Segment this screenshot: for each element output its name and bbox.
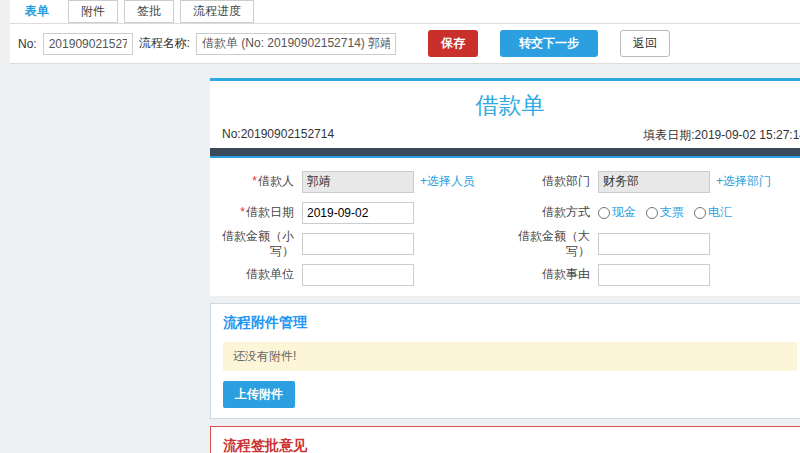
select-person-link[interactable]: +选择人员 [420, 173, 475, 190]
wire-radio-label: 电汇 [708, 204, 732, 221]
field-amount-big: 借款金额（大写） [510, 228, 800, 259]
loan-method-label: 借款方式 [510, 205, 598, 220]
top-bars: 表单 附件 签批 流程进度 No: 流程名称: 保存 转交下一步 返回 [10, 0, 800, 64]
radio-cash[interactable]: 现金 [598, 204, 636, 221]
cheque-radio-label: 支票 [660, 204, 684, 221]
back-button[interactable]: 返回 [620, 30, 670, 57]
amount-big-label: 借款金额（大写） [510, 229, 598, 259]
save-button[interactable]: 保存 [428, 30, 478, 57]
loan-reason-input[interactable] [598, 264, 710, 286]
cash-radio-label: 现金 [612, 204, 636, 221]
tab-form[interactable]: 表单 [12, 0, 62, 23]
radio-cheque[interactable]: 支票 [646, 204, 684, 221]
process-name-label: 流程名称: [139, 35, 190, 52]
approval-title: 流程签批意见 [223, 437, 797, 453]
upload-attachment-button[interactable]: 上传附件 [223, 381, 295, 408]
tab-process-progress[interactable]: 流程进度 [180, 0, 254, 23]
radio-wire[interactable]: 电汇 [694, 204, 732, 221]
no-attachments-notice: 还没有附件! [223, 342, 797, 371]
amount-small-label: 借款金额（小写） [214, 229, 302, 259]
required-mark: * [252, 174, 257, 188]
form-date-text: 填表日期:2019-09-02 15:27:14 [643, 127, 800, 144]
divider-bar [210, 148, 800, 158]
loan-date-input[interactable] [302, 202, 414, 224]
form-no-text: No:20190902152714 [222, 127, 334, 144]
process-name-input[interactable] [196, 33, 396, 55]
cash-radio[interactable] [598, 207, 610, 219]
form-meta-row: No:20190902152714 填表日期:2019-09-02 15:27:… [210, 127, 800, 148]
action-toolbar: No: 流程名称: 保存 转交下一步 返回 [10, 24, 800, 64]
no-label: No: [18, 37, 37, 51]
loan-reason-label: 借款事由 [510, 267, 598, 282]
loan-form-panel: 借款单 No:20190902152714 填表日期:2019-09-02 15… [210, 78, 800, 296]
amount-big-input[interactable] [598, 233, 710, 255]
loan-date-label: *借款日期 [214, 205, 302, 220]
department-label: 借款部门 [510, 174, 598, 189]
approval-panel: 流程签批意见 B I abc ✎ ⚑ ⚑ 1≡ •≡ ⇤ ⇥ ❝ 样式 [210, 426, 800, 453]
tab-approval[interactable]: 签批 [124, 0, 174, 23]
forward-next-step-button[interactable]: 转交下一步 [500, 30, 598, 57]
field-unit: 借款单位 [214, 259, 510, 290]
page-title: 借款单 [210, 81, 800, 127]
select-department-link[interactable]: +选择部门 [716, 173, 771, 190]
field-loan-method: 借款方式 现金 支票 电汇 [510, 197, 800, 228]
borrower-label: *借款人 [214, 174, 302, 189]
wire-radio[interactable] [694, 207, 706, 219]
field-amount-small: 借款金额（小写） [214, 228, 510, 259]
required-mark: * [240, 205, 245, 219]
tab-bar: 表单 附件 签批 流程进度 [10, 0, 800, 24]
amount-small-input[interactable] [302, 233, 414, 255]
loan-unit-input[interactable] [302, 264, 414, 286]
loan-unit-label: 借款单位 [214, 267, 302, 282]
field-reason: 借款事由 [510, 259, 800, 290]
attachments-title: 流程附件管理 [223, 314, 797, 332]
cheque-radio[interactable] [646, 207, 658, 219]
borrower-input[interactable] [302, 171, 414, 193]
loan-method-radio-group: 现金 支票 电汇 [598, 204, 732, 221]
form-fields-grid: *借款人 +选择人员 借款部门 +选择部门 *借款日期 借款方式 现金 [210, 158, 800, 292]
department-input[interactable] [598, 171, 710, 193]
no-input[interactable] [43, 33, 133, 55]
attachments-panel: 流程附件管理 还没有附件! 上传附件 [210, 303, 800, 419]
field-borrower: *借款人 +选择人员 [214, 166, 510, 197]
field-department: 借款部门 +选择部门 [510, 166, 800, 197]
content-area: 借款单 No:20190902152714 填表日期:2019-09-02 15… [210, 78, 800, 453]
tab-attachments[interactable]: 附件 [68, 0, 118, 23]
field-loan-date: *借款日期 [214, 197, 510, 228]
